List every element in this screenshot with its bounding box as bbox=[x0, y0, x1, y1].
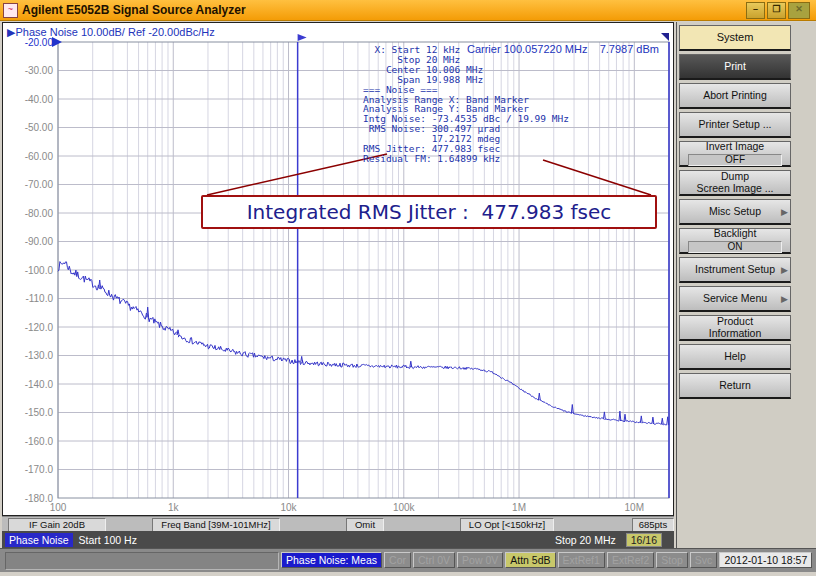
svg-text:-50.00: -50.00 bbox=[25, 122, 54, 133]
softkey-help[interactable]: Help bbox=[679, 344, 791, 370]
toolbar-points[interactable]: 685pts bbox=[632, 518, 674, 532]
sweep-start[interactable]: Start 100 Hz bbox=[79, 534, 137, 546]
status-bar: Phase Noise: Meas CorCtrl 0VPow 0VAttn 5… bbox=[0, 548, 816, 572]
measurement-toolbar: IF Gain 20dBFreq Band [39M-101MHz]OmitLO… bbox=[2, 516, 674, 531]
svg-text:-70.00: -70.00 bbox=[25, 179, 54, 190]
svg-text:10k: 10k bbox=[280, 502, 297, 513]
trace-scale-label: ▶Phase Noise 10.00dB/ Ref -20.00dBc/Hz bbox=[7, 26, 215, 39]
svg-text:-90.00: -90.00 bbox=[25, 236, 54, 247]
svg-text:-100.0: -100.0 bbox=[25, 265, 54, 276]
svg-text:-110.0: -110.0 bbox=[25, 293, 53, 304]
softkey-misc-setup[interactable]: Misc Setup▶ bbox=[679, 199, 791, 225]
status-extref1: ExtRef1 bbox=[558, 552, 605, 568]
svg-text:-80.00: -80.00 bbox=[25, 208, 54, 219]
submenu-arrow-icon: ▶ bbox=[781, 265, 788, 277]
softkey-invert-image[interactable]: Invert ImageOFF bbox=[679, 141, 791, 167]
svg-text:100: 100 bbox=[50, 502, 67, 513]
window-title: Agilent E5052B Signal Source Analyzer bbox=[22, 3, 246, 17]
active-mode-badge[interactable]: Phase Noise bbox=[5, 533, 73, 547]
message-area bbox=[5, 552, 279, 570]
svg-text:10M: 10M bbox=[625, 502, 644, 513]
submenu-arrow-icon: ▶ bbox=[781, 207, 788, 219]
svg-text:-60.00: -60.00 bbox=[25, 151, 54, 162]
jitter-callout: Integrated RMS Jitter : 477.983 fsec bbox=[201, 195, 657, 229]
status-ctrl-0v: Ctrl 0V bbox=[413, 552, 455, 568]
submenu-arrow-icon: ▶ bbox=[781, 294, 788, 306]
application-window: ~ Agilent E5052B Signal Source Analyzer … bbox=[0, 0, 816, 576]
softkey-printer-setup[interactable]: Printer Setup ... bbox=[679, 112, 791, 138]
softkey-dump[interactable]: DumpScreen Image ... bbox=[679, 170, 791, 196]
toolbar-lo-opt[interactable]: LO Opt [<150kHz] bbox=[460, 518, 554, 532]
svg-text:-150.0: -150.0 bbox=[25, 407, 54, 418]
app-icon: ~ bbox=[3, 3, 18, 18]
softkey-invert-image-value: OFF bbox=[688, 154, 782, 166]
svg-text:100k: 100k bbox=[393, 502, 416, 513]
softkey-product[interactable]: ProductInformation bbox=[679, 315, 791, 341]
softkey-backlight[interactable]: BacklightON bbox=[679, 228, 791, 254]
jitter-callout-text: Integrated RMS Jitter : 477.983 fsec bbox=[247, 200, 612, 224]
status-svc: Svc bbox=[690, 552, 718, 568]
softkey-abort-printing[interactable]: Abort Printing bbox=[679, 83, 791, 109]
softkey-service-menu[interactable]: Service Menu▶ bbox=[679, 286, 791, 312]
restore-button[interactable]: ❐ bbox=[767, 2, 786, 19]
carrier-power: 7.7987 dBm bbox=[600, 43, 659, 55]
title-bar: ~ Agilent E5052B Signal Source Analyzer … bbox=[0, 0, 816, 21]
svg-text:-170.0: -170.0 bbox=[25, 464, 54, 475]
toolbar-omit[interactable]: Omit bbox=[346, 518, 384, 532]
softkey-backlight-value: ON bbox=[688, 241, 782, 253]
minimize-button[interactable]: – bbox=[746, 2, 765, 19]
status-cor: Cor bbox=[384, 552, 411, 568]
softkey-menu-title: System bbox=[679, 25, 791, 51]
svg-text:1M: 1M bbox=[512, 502, 526, 513]
softkey-instrument-setup[interactable]: Instrument Setup▶ bbox=[679, 257, 791, 283]
status-datetime: 2012-01-10 18:57 bbox=[719, 552, 812, 568]
sweep-stop[interactable]: Stop 20 MHz bbox=[555, 534, 616, 546]
status-stop: Stop bbox=[656, 552, 688, 568]
status-extref2: ExtRef2 bbox=[607, 552, 654, 568]
svg-text:-40.00: -40.00 bbox=[25, 94, 54, 105]
svg-text:-30.00: -30.00 bbox=[25, 65, 54, 76]
status-pow-0v: Pow 0V bbox=[457, 552, 503, 568]
sweep-bar: Phase Noise Start 100 Hz Stop 20 MHz 16/… bbox=[2, 531, 674, 548]
svg-text:1k: 1k bbox=[168, 502, 180, 513]
toolbar-if-gain[interactable]: IF Gain 20dB bbox=[8, 518, 106, 532]
softkey-panel: System PrintAbort PrintingPrinter Setup … bbox=[676, 22, 816, 548]
svg-text:-130.0: -130.0 bbox=[25, 350, 54, 361]
svg-text:-120.0: -120.0 bbox=[25, 322, 54, 333]
svg-text:-160.0: -160.0 bbox=[25, 436, 54, 447]
instrument-screen: -20.00-30.00-40.00-50.00-60.00-70.00-80.… bbox=[2, 22, 674, 516]
status-attn-5db: Attn 5dB bbox=[505, 552, 555, 568]
softkey-print[interactable]: Print bbox=[679, 54, 791, 80]
toolbar-freq-band[interactable]: Freq Band [39M-101MHz] bbox=[152, 518, 280, 532]
status-measurement: Phase Noise: Meas bbox=[281, 552, 382, 568]
phase-noise-plot: -20.00-30.00-40.00-50.00-60.00-70.00-80.… bbox=[3, 23, 673, 515]
correlation-count: 16/16 bbox=[626, 533, 662, 547]
svg-text:-140.0: -140.0 bbox=[25, 379, 54, 390]
close-button[interactable]: ✕ bbox=[788, 2, 810, 19]
softkey-return[interactable]: Return bbox=[679, 373, 791, 399]
marker-info: X: Start 12 kHz Stop 20 MHz Center 10.00… bbox=[363, 45, 569, 164]
